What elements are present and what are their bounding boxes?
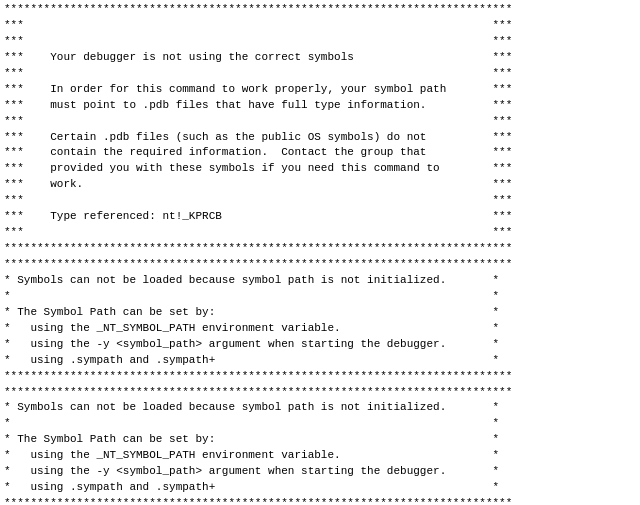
section3-block: ****************************************… [4, 385, 636, 506]
main-container: ****************************************… [0, 0, 640, 505]
section1-block: ****************************************… [4, 2, 636, 257]
section2-block: ****************************************… [4, 257, 636, 385]
